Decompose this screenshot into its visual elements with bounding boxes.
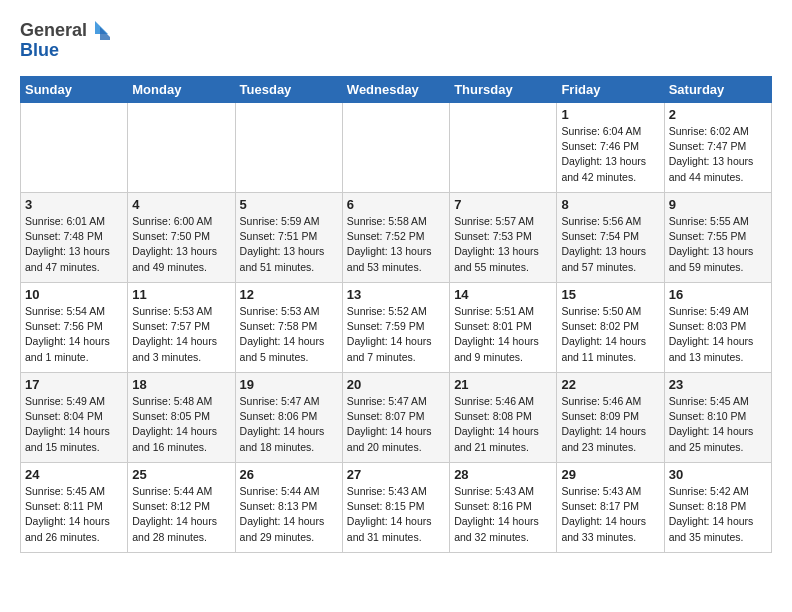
calendar-cell: 7Sunrise: 5:57 AMSunset: 7:53 PMDaylight… xyxy=(450,193,557,283)
calendar-cell: 25Sunrise: 5:44 AMSunset: 8:12 PMDayligh… xyxy=(128,463,235,553)
calendar-cell: 12Sunrise: 5:53 AMSunset: 7:58 PMDayligh… xyxy=(235,283,342,373)
day-info: Sunrise: 5:46 AMSunset: 8:08 PMDaylight:… xyxy=(454,394,552,455)
calendar-cell: 27Sunrise: 5:43 AMSunset: 8:15 PMDayligh… xyxy=(342,463,449,553)
day-info: Sunrise: 6:01 AMSunset: 7:48 PMDaylight:… xyxy=(25,214,123,275)
day-info: Sunrise: 5:49 AMSunset: 8:04 PMDaylight:… xyxy=(25,394,123,455)
day-number: 30 xyxy=(669,467,767,482)
calendar-cell: 8Sunrise: 5:56 AMSunset: 7:54 PMDaylight… xyxy=(557,193,664,283)
day-info: Sunrise: 6:02 AMSunset: 7:47 PMDaylight:… xyxy=(669,124,767,185)
day-number: 20 xyxy=(347,377,445,392)
calendar-cell: 4Sunrise: 6:00 AMSunset: 7:50 PMDaylight… xyxy=(128,193,235,283)
weekday-header-thursday: Thursday xyxy=(450,77,557,103)
calendar-cell: 1Sunrise: 6:04 AMSunset: 7:46 PMDaylight… xyxy=(557,103,664,193)
calendar-cell xyxy=(450,103,557,193)
calendar-cell: 20Sunrise: 5:47 AMSunset: 8:07 PMDayligh… xyxy=(342,373,449,463)
day-info: Sunrise: 5:49 AMSunset: 8:03 PMDaylight:… xyxy=(669,304,767,365)
day-info: Sunrise: 5:43 AMSunset: 8:15 PMDaylight:… xyxy=(347,484,445,545)
day-number: 26 xyxy=(240,467,338,482)
day-number: 19 xyxy=(240,377,338,392)
day-info: Sunrise: 5:54 AMSunset: 7:56 PMDaylight:… xyxy=(25,304,123,365)
calendar-cell: 5Sunrise: 5:59 AMSunset: 7:51 PMDaylight… xyxy=(235,193,342,283)
calendar-cell: 26Sunrise: 5:44 AMSunset: 8:13 PMDayligh… xyxy=(235,463,342,553)
day-info: Sunrise: 5:51 AMSunset: 8:01 PMDaylight:… xyxy=(454,304,552,365)
calendar-cell xyxy=(342,103,449,193)
day-number: 29 xyxy=(561,467,659,482)
calendar-cell: 22Sunrise: 5:46 AMSunset: 8:09 PMDayligh… xyxy=(557,373,664,463)
day-info: Sunrise: 5:48 AMSunset: 8:05 PMDaylight:… xyxy=(132,394,230,455)
day-info: Sunrise: 5:47 AMSunset: 8:06 PMDaylight:… xyxy=(240,394,338,455)
day-info: Sunrise: 5:45 AMSunset: 8:11 PMDaylight:… xyxy=(25,484,123,545)
day-info: Sunrise: 5:46 AMSunset: 8:09 PMDaylight:… xyxy=(561,394,659,455)
calendar-cell xyxy=(235,103,342,193)
calendar-cell: 16Sunrise: 5:49 AMSunset: 8:03 PMDayligh… xyxy=(664,283,771,373)
day-info: Sunrise: 5:43 AMSunset: 8:17 PMDaylight:… xyxy=(561,484,659,545)
calendar-table: SundayMondayTuesdayWednesdayThursdayFrid… xyxy=(20,76,772,553)
weekday-header-tuesday: Tuesday xyxy=(235,77,342,103)
calendar-cell: 13Sunrise: 5:52 AMSunset: 7:59 PMDayligh… xyxy=(342,283,449,373)
day-info: Sunrise: 5:56 AMSunset: 7:54 PMDaylight:… xyxy=(561,214,659,275)
day-number: 23 xyxy=(669,377,767,392)
day-number: 17 xyxy=(25,377,123,392)
day-number: 24 xyxy=(25,467,123,482)
day-info: Sunrise: 5:59 AMSunset: 7:51 PMDaylight:… xyxy=(240,214,338,275)
day-number: 1 xyxy=(561,107,659,122)
day-info: Sunrise: 5:57 AMSunset: 7:53 PMDaylight:… xyxy=(454,214,552,275)
day-info: Sunrise: 5:55 AMSunset: 7:55 PMDaylight:… xyxy=(669,214,767,275)
day-info: Sunrise: 5:44 AMSunset: 8:13 PMDaylight:… xyxy=(240,484,338,545)
calendar-cell xyxy=(21,103,128,193)
day-number: 6 xyxy=(347,197,445,212)
calendar-cell: 30Sunrise: 5:42 AMSunset: 8:18 PMDayligh… xyxy=(664,463,771,553)
day-info: Sunrise: 6:04 AMSunset: 7:46 PMDaylight:… xyxy=(561,124,659,185)
calendar-cell: 6Sunrise: 5:58 AMSunset: 7:52 PMDaylight… xyxy=(342,193,449,283)
calendar-cell: 17Sunrise: 5:49 AMSunset: 8:04 PMDayligh… xyxy=(21,373,128,463)
calendar-cell: 19Sunrise: 5:47 AMSunset: 8:06 PMDayligh… xyxy=(235,373,342,463)
page: General Blue SundayMondayTuesdayWednesda… xyxy=(0,0,792,569)
weekday-header-monday: Monday xyxy=(128,77,235,103)
day-info: Sunrise: 5:53 AMSunset: 7:58 PMDaylight:… xyxy=(240,304,338,365)
svg-text:Blue: Blue xyxy=(20,40,59,60)
day-info: Sunrise: 5:52 AMSunset: 7:59 PMDaylight:… xyxy=(347,304,445,365)
day-number: 25 xyxy=(132,467,230,482)
day-info: Sunrise: 5:43 AMSunset: 8:16 PMDaylight:… xyxy=(454,484,552,545)
calendar-cell: 15Sunrise: 5:50 AMSunset: 8:02 PMDayligh… xyxy=(557,283,664,373)
day-info: Sunrise: 5:58 AMSunset: 7:52 PMDaylight:… xyxy=(347,214,445,275)
calendar-week-0: 1Sunrise: 6:04 AMSunset: 7:46 PMDaylight… xyxy=(21,103,772,193)
day-number: 11 xyxy=(132,287,230,302)
day-number: 14 xyxy=(454,287,552,302)
day-number: 21 xyxy=(454,377,552,392)
day-info: Sunrise: 5:53 AMSunset: 7:57 PMDaylight:… xyxy=(132,304,230,365)
day-number: 2 xyxy=(669,107,767,122)
calendar-cell: 23Sunrise: 5:45 AMSunset: 8:10 PMDayligh… xyxy=(664,373,771,463)
day-number: 3 xyxy=(25,197,123,212)
weekday-header-wednesday: Wednesday xyxy=(342,77,449,103)
calendar-cell: 14Sunrise: 5:51 AMSunset: 8:01 PMDayligh… xyxy=(450,283,557,373)
calendar-cell: 11Sunrise: 5:53 AMSunset: 7:57 PMDayligh… xyxy=(128,283,235,373)
day-info: Sunrise: 6:00 AMSunset: 7:50 PMDaylight:… xyxy=(132,214,230,275)
calendar-cell: 10Sunrise: 5:54 AMSunset: 7:56 PMDayligh… xyxy=(21,283,128,373)
weekday-header-friday: Friday xyxy=(557,77,664,103)
day-number: 4 xyxy=(132,197,230,212)
day-info: Sunrise: 5:45 AMSunset: 8:10 PMDaylight:… xyxy=(669,394,767,455)
day-number: 16 xyxy=(669,287,767,302)
weekday-header-saturday: Saturday xyxy=(664,77,771,103)
logo-svg: General Blue xyxy=(20,16,110,66)
day-number: 13 xyxy=(347,287,445,302)
weekday-header-sunday: Sunday xyxy=(21,77,128,103)
day-number: 18 xyxy=(132,377,230,392)
day-number: 7 xyxy=(454,197,552,212)
day-number: 27 xyxy=(347,467,445,482)
logo: General Blue xyxy=(20,16,110,66)
calendar-cell: 24Sunrise: 5:45 AMSunset: 8:11 PMDayligh… xyxy=(21,463,128,553)
day-number: 9 xyxy=(669,197,767,212)
calendar-cell: 2Sunrise: 6:02 AMSunset: 7:47 PMDaylight… xyxy=(664,103,771,193)
day-number: 10 xyxy=(25,287,123,302)
calendar-week-3: 17Sunrise: 5:49 AMSunset: 8:04 PMDayligh… xyxy=(21,373,772,463)
calendar-cell: 29Sunrise: 5:43 AMSunset: 8:17 PMDayligh… xyxy=(557,463,664,553)
calendar-header: SundayMondayTuesdayWednesdayThursdayFrid… xyxy=(21,77,772,103)
calendar-week-1: 3Sunrise: 6:01 AMSunset: 7:48 PMDaylight… xyxy=(21,193,772,283)
day-number: 22 xyxy=(561,377,659,392)
calendar-cell: 21Sunrise: 5:46 AMSunset: 8:08 PMDayligh… xyxy=(450,373,557,463)
calendar-cell: 28Sunrise: 5:43 AMSunset: 8:16 PMDayligh… xyxy=(450,463,557,553)
weekday-row: SundayMondayTuesdayWednesdayThursdayFrid… xyxy=(21,77,772,103)
calendar-week-4: 24Sunrise: 5:45 AMSunset: 8:11 PMDayligh… xyxy=(21,463,772,553)
